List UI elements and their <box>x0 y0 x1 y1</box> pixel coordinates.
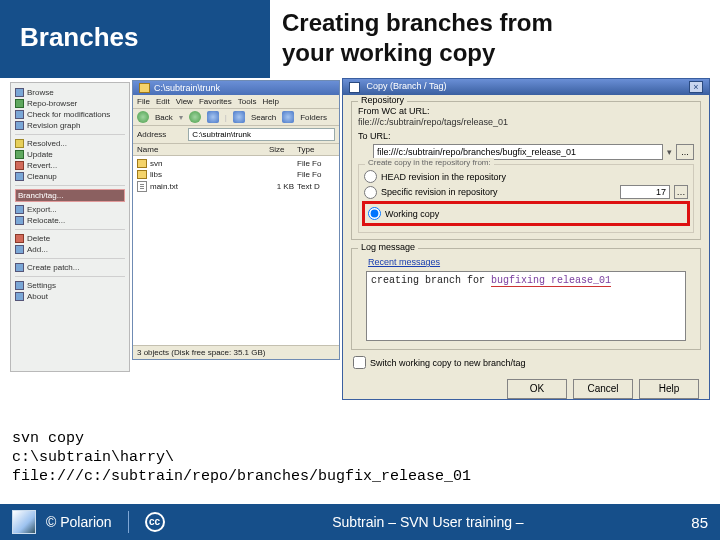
from-label: From WC at URL: <box>358 106 694 116</box>
menu-item[interactable]: Revision graph <box>15 120 125 131</box>
slide-header: Branches Creating branches from your wor… <box>0 0 720 78</box>
cancel-button[interactable]: Cancel <box>573 379 633 399</box>
address-label: Address <box>137 130 166 139</box>
app-icon <box>349 82 360 93</box>
folders-button[interactable]: Folders <box>300 113 327 122</box>
forward-icon[interactable] <box>189 111 201 123</box>
working-copy-highlight: Working copy <box>362 201 690 226</box>
menu-item[interactable]: Check for modifications <box>15 109 125 120</box>
browse-button[interactable]: ... <box>676 144 694 160</box>
svn-command-text: svn copy c:\subtrain\harry\ file:///c:/s… <box>12 430 708 486</box>
up-icon[interactable] <box>207 111 219 123</box>
footer-title: Subtrain – SVN User training – <box>175 514 682 530</box>
folder-icon <box>172 130 182 139</box>
from-url: file:///c:/subtrain/repo/tags/release_01 <box>358 116 694 131</box>
menu-item-branch-tag[interactable]: Branch/tag... <box>15 189 125 202</box>
menu-item[interactable]: Repo-browser <box>15 98 125 109</box>
menu-item[interactable]: Resolved... <box>15 138 125 149</box>
menu-tools[interactable]: Tools <box>238 97 257 106</box>
radio-head-input[interactable] <box>364 170 377 183</box>
page-number: 85 <box>691 514 708 531</box>
menu-favorites[interactable]: Favorites <box>199 97 232 106</box>
address-input[interactable] <box>188 128 335 141</box>
radio-working-copy[interactable]: Working copy <box>368 207 684 220</box>
folder-icon <box>139 83 150 93</box>
list-item[interactable]: main.txt 1 KB Text D <box>137 180 335 193</box>
radio-specific[interactable]: Specific revision in repository … <box>364 185 688 199</box>
close-icon[interactable]: × <box>689 81 703 93</box>
explorer-window: C:\subtrain\trunk File Edit View Favorit… <box>132 80 340 360</box>
menu-item[interactable]: Cleanup <box>15 171 125 182</box>
create-from-legend: Create copy in the repository from: <box>365 158 494 167</box>
copy-branch-dialog: Copy (Branch / Tag) × Repository From WC… <box>342 78 710 400</box>
col-type[interactable]: Type <box>297 145 335 154</box>
ok-button[interactable]: OK <box>507 379 567 399</box>
help-button[interactable]: Help <box>639 379 699 399</box>
recent-messages-link[interactable]: Recent messages <box>368 257 694 267</box>
switch-label: Switch working copy to new branch/tag <box>370 358 526 368</box>
col-size[interactable]: Size <box>269 145 297 154</box>
dialog-button-row: OK Cancel Help <box>343 373 709 407</box>
menu-item[interactable]: Update <box>15 149 125 160</box>
to-label: To URL: <box>358 131 694 141</box>
menu-file[interactable]: File <box>137 97 150 106</box>
revision-input[interactable] <box>620 185 670 199</box>
menu-item[interactable]: Revert... <box>15 160 125 171</box>
menu-item[interactable]: Browse <box>15 87 125 98</box>
folders-icon[interactable] <box>282 111 294 123</box>
menu-item[interactable]: About <box>15 291 125 302</box>
copyright-text: © Polarion <box>46 514 112 530</box>
search-icon[interactable] <box>233 111 245 123</box>
switch-checkbox-row[interactable]: Switch working copy to new branch/tag <box>353 356 699 369</box>
header-left-title: Branches <box>0 0 270 78</box>
log-message-textarea[interactable]: creating branch for bugfixing release_01 <box>366 271 686 341</box>
radio-specific-input[interactable] <box>364 186 377 199</box>
menu-edit[interactable]: Edit <box>156 97 170 106</box>
menu-item[interactable]: Create patch... <box>15 262 125 273</box>
explorer-statusbar: 3 objects (Disk free space: 35.1 GB) <box>133 345 339 359</box>
radio-wc-input[interactable] <box>368 207 381 220</box>
dialog-titlebar[interactable]: Copy (Branch / Tag) × <box>343 79 709 95</box>
polarion-logo-icon <box>12 510 36 534</box>
separator <box>128 511 129 533</box>
text-file-icon <box>137 181 147 192</box>
dialog-title: Copy (Branch / Tag) <box>367 81 447 91</box>
context-menu-panel: Browse Repo-browser Check for modificati… <box>10 82 130 372</box>
folder-icon <box>137 159 147 168</box>
cc-icon: cc <box>145 512 165 532</box>
explorer-toolbar: Back ▾ | Search Folders <box>133 109 339 126</box>
group-legend: Log message <box>358 242 418 252</box>
search-button[interactable]: Search <box>251 113 276 122</box>
explorer-title: C:\subtrain\trunk <box>154 83 220 93</box>
switch-checkbox[interactable] <box>353 356 366 369</box>
header-line1: Creating branches from <box>282 8 708 38</box>
repository-group: Repository From WC at URL: file:///c:/su… <box>351 101 701 240</box>
group-legend: Repository <box>358 95 407 105</box>
file-list[interactable]: svn File Fo libs File Fo main.txt 1 KB T… <box>133 156 339 345</box>
revision-browse-button[interactable]: … <box>674 185 688 199</box>
menu-item[interactable]: Settings <box>15 280 125 291</box>
header-right-title: Creating branches from your working copy <box>270 0 720 78</box>
back-button[interactable]: Back <box>155 113 173 122</box>
menu-item[interactable]: Relocate... <box>15 215 125 226</box>
menu-item[interactable]: Add... <box>15 244 125 255</box>
explorer-menubar[interactable]: File Edit View Favorites Tools Help <box>133 95 339 109</box>
address-bar: Address <box>133 126 339 144</box>
folder-icon <box>137 170 147 179</box>
log-message-group: Log message Recent messages creating bra… <box>351 248 701 350</box>
menu-item[interactable]: Delete <box>15 233 125 244</box>
menu-help[interactable]: Help <box>262 97 278 106</box>
screenshot-composite: Browse Repo-browser Check for modificati… <box>0 78 720 408</box>
menu-item[interactable]: Export... <box>15 204 125 215</box>
header-line2: your working copy <box>282 38 708 68</box>
radio-head[interactable]: HEAD revision in the repository <box>364 170 688 183</box>
list-item[interactable]: libs File Fo <box>137 169 335 180</box>
slide-footer: © Polarion cc Subtrain – SVN User traini… <box>0 504 720 540</box>
folder-icon <box>358 147 369 157</box>
back-icon[interactable] <box>137 111 149 123</box>
explorer-titlebar[interactable]: C:\subtrain\trunk <box>133 81 339 95</box>
menu-view[interactable]: View <box>176 97 193 106</box>
list-item[interactable]: svn File Fo <box>137 158 335 169</box>
col-name[interactable]: Name <box>137 145 269 154</box>
file-list-header[interactable]: Name Size Type <box>133 144 339 156</box>
